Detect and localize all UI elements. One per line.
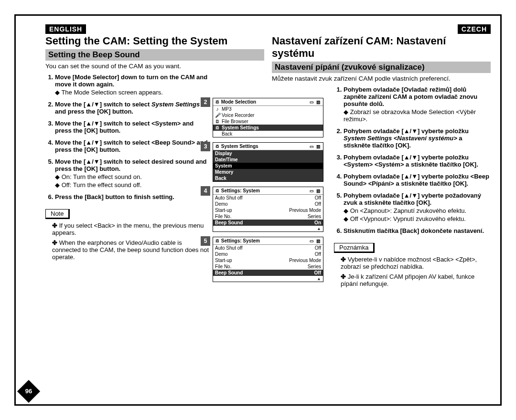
step-4: Pohybem ovladače [▲/▼] vyberte položku <… <box>344 173 491 187</box>
scroll-arrows: ▲ <box>213 226 323 231</box>
menu-row: ♪MP3 <box>213 106 323 112</box>
row-value: Off <box>315 245 321 251</box>
row-icon: ♪ <box>215 106 220 112</box>
screen-2: 2⛭ Mode Selection▭ ▥♪MP3🎤Voice Recorder🗎… <box>213 98 323 137</box>
step-6: Stisknutím tlačítka [Back] dokončete nas… <box>344 227 491 234</box>
row-label: Beep Sound <box>215 270 243 275</box>
manual-page: ENGLISH Setting the CAM: Setting the Sys… <box>14 14 502 406</box>
left-steps: Move [Mode Selector] down to turn on the… <box>45 74 212 200</box>
screen-title: ⛭ System Settings▭ ▥ <box>213 143 323 150</box>
screen-title: ⛭ Mode Selection▭ ▥ <box>213 98 323 106</box>
screen-number-badge: 2 <box>201 97 210 107</box>
step-5: Move the [▲/▼] switch to select desired … <box>55 158 212 189</box>
left-title: Setting the CAM: Setting the System <box>45 35 264 47</box>
menu-row: Display <box>213 150 323 157</box>
row-value: Off <box>315 252 321 257</box>
right-intro: Můžete nastavit zvuk zařízení CAM podle … <box>272 75 491 82</box>
note-label: Note <box>45 209 70 219</box>
row-label: System <box>215 163 232 168</box>
lang-english: ENGLISH <box>45 24 86 34</box>
row-value: Previous Mode <box>289 258 321 263</box>
screen-5: 5⛭ Settings: System▭ ▥Auto Shut offOffDe… <box>213 237 323 282</box>
row-value: Off <box>315 195 321 200</box>
menu-row: File No.Series <box>213 263 323 270</box>
row-label: MP3 <box>222 106 232 112</box>
screen-3: 3⛭ System Settings▭ ▥DisplayDate/TimeSys… <box>213 142 323 182</box>
menu-row: DemoOff <box>213 201 323 207</box>
row-value: On <box>314 220 321 225</box>
row-label: Back <box>215 176 226 181</box>
menu-row: Memory <box>213 169 323 175</box>
step-5: Pohybem ovladače [▲/▼] vyberte požadovan… <box>344 192 491 222</box>
right-steps: Pohybem ovladače [Ovladač režimů] dolů z… <box>334 86 491 234</box>
row-label: File Browser <box>222 119 248 124</box>
menu-row: Beep SoundOff <box>213 270 323 276</box>
row-value: Series <box>308 264 321 269</box>
right-notes: Vyberete-li v nabídce možnost <Back> <Zp… <box>334 256 491 287</box>
row-label: Auto Shut off <box>215 195 243 200</box>
left-notes: If you select <Back> in the menu, the pr… <box>45 222 212 261</box>
row-label: Demo <box>215 201 228 207</box>
menu-row: 🎤Voice Recorder <box>213 112 323 118</box>
row-label: Date/Time <box>215 157 238 162</box>
note-label-cz: Poznámka <box>334 243 375 253</box>
row-label: Start-up <box>215 208 232 213</box>
row-label: Auto Shut off <box>215 245 243 251</box>
menu-row: Auto Shut offOff <box>213 245 323 251</box>
menu-row: System <box>213 163 323 169</box>
row-label: Demo <box>215 252 228 257</box>
row-value: Series <box>308 214 321 219</box>
row-value: Previous Mode <box>289 208 321 213</box>
menu-row: Back <box>213 131 323 137</box>
menu-row: Back <box>213 175 323 181</box>
right-subhead: Nastavení pípání (zvukové signalizace) <box>272 62 491 73</box>
scroll-arrows: ▲ <box>213 276 323 282</box>
row-icon: ⛭ <box>215 125 220 130</box>
device-screens: 2⛭ Mode Selection▭ ▥♪MP3🎤Voice Recorder🗎… <box>213 98 323 287</box>
row-label: File No. <box>215 214 231 219</box>
row-value: Off <box>314 270 321 275</box>
row-label: Back <box>222 131 232 136</box>
menu-row: Date/Time <box>213 157 323 163</box>
step-6: Press the [Back] button to finish settin… <box>55 193 212 200</box>
screen-number-badge: 4 <box>201 186 210 196</box>
screen-4: 4⛭ Settings: System▭ ▥Auto Shut offOffDe… <box>213 187 323 232</box>
screen-title: ⛭ Settings: System▭ ▥ <box>213 237 323 245</box>
page-number: 96 <box>17 380 40 403</box>
menu-row: Beep SoundOn <box>213 220 323 226</box>
step-2: Move the [▲/▼] switch to select System S… <box>55 101 212 115</box>
left-subhead: Setting the Beep Sound <box>45 49 264 61</box>
menu-row: DemoOff <box>213 251 323 257</box>
menu-row: Start-upPrevious Mode <box>213 207 323 213</box>
row-label: Voice Recorder <box>222 113 254 118</box>
menu-row: Auto Shut offOff <box>213 195 323 201</box>
row-value: Off <box>315 201 321 207</box>
lang-czech: CZECH <box>458 24 491 34</box>
row-label: File No. <box>215 264 231 269</box>
menu-row: Start-upPrevious Mode <box>213 257 323 263</box>
row-icon: 🗎 <box>215 119 220 124</box>
row-label: System Settings <box>222 125 259 130</box>
step-4: Move the [▲/▼] switch to select <Beep So… <box>55 139 212 153</box>
left-intro: You can set the sound of the CAM as you … <box>45 63 264 70</box>
step-3: Pohybem ovladače [▲/▼] vyberte položku <… <box>344 154 491 168</box>
row-icon: 🎤 <box>215 113 220 118</box>
right-title: Nastavení zařízení CAM: Nastavení systém… <box>272 35 491 60</box>
row-label: Display <box>215 151 232 156</box>
screen-title: ⛭ Settings: System▭ ▥ <box>213 187 323 195</box>
screen-number-badge: 5 <box>201 236 210 246</box>
row-label: Start-up <box>215 258 232 263</box>
menu-row: ⛭System Settings <box>213 125 323 131</box>
step-1: Pohybem ovladače [Ovladač režimů] dolů z… <box>344 86 491 123</box>
menu-row: 🗎File Browser <box>213 118 323 125</box>
screen-number-badge: 3 <box>201 142 210 151</box>
step-2: Pohybem ovladače [▲/▼] vyberte položku S… <box>344 127 491 149</box>
row-label: Beep Sound <box>215 220 243 225</box>
row-label: Memory <box>215 169 233 175</box>
step-1: Move [Mode Selector] down to turn on the… <box>55 74 212 96</box>
step-3: Move the [▲/▼] switch to select <System>… <box>55 120 212 134</box>
menu-row: File No.Series <box>213 213 323 220</box>
